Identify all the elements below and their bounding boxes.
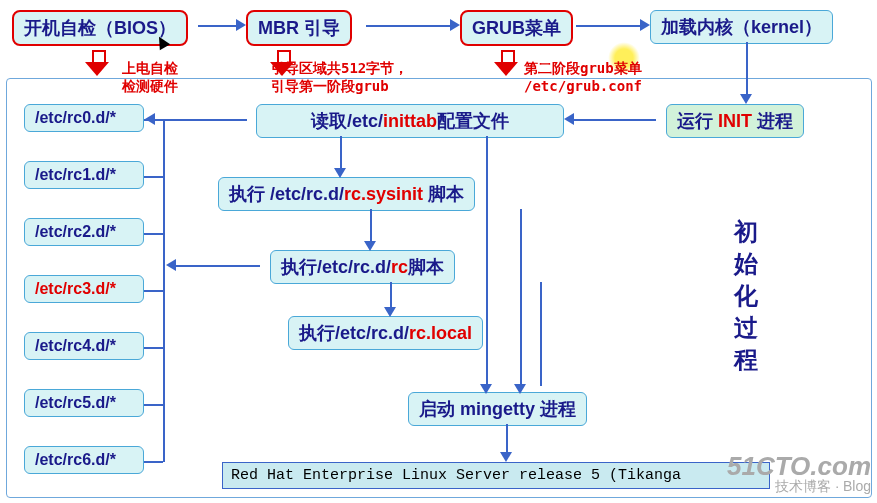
- arrow-line: [198, 25, 236, 27]
- tree-h: [144, 347, 163, 349]
- hline: [155, 119, 247, 121]
- t: 执行: [229, 184, 265, 204]
- vline: [370, 209, 372, 243]
- wm-big: 51CTO.com: [727, 453, 871, 479]
- wm-small: 技术博客 · Blog: [727, 479, 871, 493]
- arrow-line: [574, 119, 656, 121]
- rc5: /etc/rc5.d/*: [24, 389, 144, 417]
- box-mingetty: 启动 mingetty 进程: [408, 392, 587, 426]
- ann-grub: 第二阶段grub菜单/etc/grub.conf: [524, 60, 642, 94]
- t: rc.local: [409, 323, 472, 343]
- vline: [340, 136, 342, 170]
- t: 配置文件: [437, 111, 509, 131]
- t: rc.sysinit: [344, 184, 423, 204]
- t: /etc/: [347, 111, 383, 131]
- vline: [540, 282, 542, 386]
- vline: [390, 282, 392, 309]
- mbr-pre: MBR: [258, 18, 299, 38]
- side-label: 初始化过程: [734, 216, 758, 376]
- ah: [334, 168, 346, 178]
- box-mbr: MBR 引导: [246, 10, 352, 46]
- tree-h: [144, 404, 163, 406]
- box-rc: 执行/etc/rc.d/rc脚本: [270, 250, 455, 284]
- arrow-head: [236, 19, 246, 31]
- t: /etc/rc.d/: [317, 257, 391, 277]
- arrow-head: [640, 19, 650, 31]
- tree-v: [163, 119, 165, 462]
- t: rc: [391, 257, 408, 277]
- ah: [480, 384, 492, 394]
- rc2: /etc/rc2.d/*: [24, 218, 144, 246]
- tree-h: [144, 233, 163, 235]
- box-read-inittab: 读取/etc/inittab配置文件: [256, 104, 564, 138]
- hline: [176, 265, 260, 267]
- arrow-line: [366, 25, 450, 27]
- kernel-label: 加载内核（kernel）: [661, 17, 822, 37]
- vline: [520, 209, 522, 386]
- ah: [166, 259, 176, 271]
- t: 读取: [311, 111, 347, 131]
- t: 执行: [299, 323, 335, 343]
- arrow-head: [740, 94, 752, 104]
- t: 运行: [677, 111, 713, 131]
- tree-h: [144, 461, 163, 463]
- mbr-post: 引导: [304, 18, 340, 38]
- arrow-line: [746, 42, 748, 94]
- t: /etc/rc.d/: [270, 184, 344, 204]
- t: 脚本: [408, 257, 444, 277]
- tree-h: [144, 176, 163, 178]
- bios-label: 开机自检（BIOS）: [24, 18, 176, 38]
- rc4: /etc/rc4.d/*: [24, 332, 144, 360]
- tree-h: [144, 290, 163, 292]
- tree-h: [144, 119, 163, 121]
- box-kernel: 加载内核（kernel）: [650, 10, 833, 44]
- arrow-head: [564, 113, 574, 125]
- box-sysinit: 执行 /etc/rc.d/rc.sysinit 脚本: [218, 177, 475, 211]
- box-init: 运行 INIT 进程: [666, 104, 804, 138]
- t: 进程: [540, 399, 576, 419]
- vline: [486, 136, 488, 386]
- t: 启动: [419, 399, 455, 419]
- vline: [506, 424, 508, 454]
- rc1: /etc/rc1.d/*: [24, 161, 144, 189]
- terminal-output: Red Hat Enterprise Linux Server release …: [222, 462, 770, 489]
- t: 进程: [757, 111, 793, 131]
- t: mingetty: [460, 399, 535, 419]
- ah: [384, 307, 396, 317]
- arrow-line: [576, 25, 640, 27]
- rc0: /etc/rc0.d/*: [24, 104, 144, 132]
- rc6: /etc/rc6.d/*: [24, 446, 144, 474]
- t: 脚本: [428, 184, 464, 204]
- grub-label: GRUB菜单: [472, 18, 561, 38]
- ah: [500, 452, 512, 462]
- ah: [514, 384, 526, 394]
- red-arrow-bios: [85, 50, 109, 76]
- t: inittab: [383, 111, 437, 131]
- t: 执行: [281, 257, 317, 277]
- t: INIT: [718, 111, 752, 131]
- t: /etc/rc.d/: [335, 323, 409, 343]
- ann-mbr: 引导区域共512字节，引导第一阶段grub: [271, 60, 408, 96]
- watermark: 51CTO.com 技术博客 · Blog: [727, 453, 871, 493]
- box-rclocal: 执行/etc/rc.d/rc.local: [288, 316, 483, 350]
- red-arrow-grub: [494, 50, 518, 76]
- ann-bios: 上电自检检测硬件: [122, 60, 178, 96]
- ah: [364, 241, 376, 251]
- box-grub: GRUB菜单: [460, 10, 573, 46]
- arrow-head: [450, 19, 460, 31]
- rc3: /etc/rc3.d/*: [24, 275, 144, 303]
